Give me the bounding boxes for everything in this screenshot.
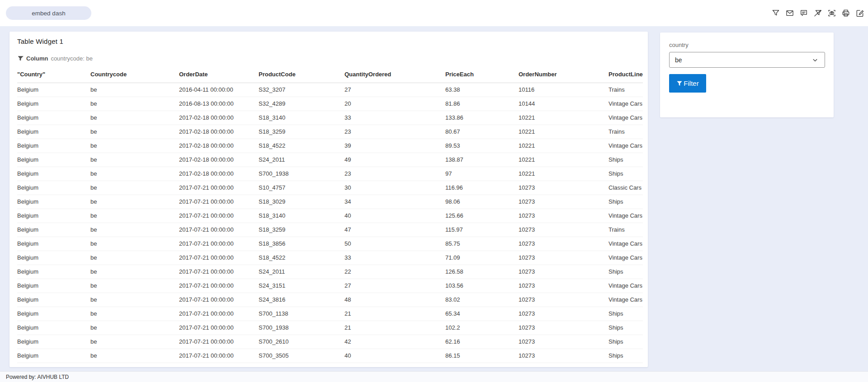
table-cell: Belgium (17, 97, 90, 111)
table-cell: 2017-02-18 00:00:00 (179, 167, 259, 181)
table-cell: 2017-07-21 00:00:00 (179, 209, 259, 223)
filter-button[interactable] (771, 9, 780, 18)
table-cell: be (90, 195, 179, 209)
table-cell: 40 (344, 349, 445, 363)
table-cell: 33 (344, 251, 445, 265)
table-cell: 10221 (519, 167, 609, 181)
table-cell: 10221 (519, 125, 609, 139)
table-cell: 10273 (519, 335, 609, 349)
table-cell: Belgium (17, 293, 90, 307)
column-header[interactable]: QuantityOrdered (344, 66, 445, 83)
filter-off-button[interactable] (813, 9, 822, 18)
table-row: Belgiumbe2017-07-21 00:00:00S700_2610426… (17, 335, 643, 349)
table-cell: 2017-02-18 00:00:00 (179, 139, 259, 153)
table-cell: 22 (344, 265, 445, 279)
filter-funnel-icon (17, 56, 24, 61)
table-cell: Ships (609, 153, 643, 167)
toolbar (771, 9, 864, 18)
table-cell: 2017-07-21 00:00:00 (179, 195, 259, 209)
table-cell: 10221 (519, 153, 609, 167)
table-cell: 48 (344, 293, 445, 307)
table-cell: Belgium (17, 83, 90, 97)
print-icon (841, 9, 850, 18)
table-cell: S18_3140 (259, 111, 344, 125)
table-cell: Belgium (17, 181, 90, 195)
table-cell: Vintage Cars (609, 97, 643, 111)
edit-button[interactable] (855, 9, 864, 18)
print-button[interactable] (841, 9, 850, 18)
column-header[interactable]: ProductLine (609, 66, 643, 83)
table-cell: be (90, 139, 179, 153)
table-cell: Vintage Cars (609, 279, 643, 293)
apply-filter-button[interactable]: Filter (669, 74, 706, 93)
table-cell: 10144 (519, 97, 609, 111)
table-cell: 63.38 (445, 83, 519, 97)
table-cell: 2017-07-21 00:00:00 (179, 321, 259, 335)
table-cell: 2017-07-21 00:00:00 (179, 265, 259, 279)
top-bar: embed dash (0, 0, 868, 26)
table-row: Belgiumbe2017-07-21 00:00:00S18_45223371… (17, 251, 643, 265)
table-cell: 10273 (519, 279, 609, 293)
table-cell: 98.06 (445, 195, 519, 209)
column-header[interactable]: ProductCode (259, 66, 344, 83)
table-cell: be (90, 251, 179, 265)
table-cell: S18_3856 (259, 237, 344, 251)
capture-button[interactable] (827, 9, 836, 18)
table-row: Belgiumbe2017-07-21 00:00:00S24_31512710… (17, 279, 643, 293)
table-cell: 97 (445, 167, 519, 181)
table-cell: 81.86 (445, 97, 519, 111)
table-header-row: "Country"CountrycodeOrderDateProductCode… (17, 66, 643, 83)
table-row: Belgiumbe2017-07-21 00:00:00S24_38164883… (17, 293, 643, 307)
table-cell: Belgium (17, 237, 90, 251)
table-cell: Belgium (17, 139, 90, 153)
column-header[interactable]: PriceEach (445, 66, 519, 83)
filter-button-funnel-icon (676, 80, 683, 87)
table-cell: be (90, 335, 179, 349)
table-cell: Vintage Cars (609, 209, 643, 223)
table-cell: Classic Cars (609, 181, 643, 195)
table-cell: Belgium (17, 307, 90, 321)
table-cell: 115.97 (445, 223, 519, 237)
table-cell: 50 (344, 237, 445, 251)
table-cell: S18_3140 (259, 209, 344, 223)
table-cell: be (90, 279, 179, 293)
column-header[interactable]: OrderDate (179, 66, 259, 83)
comment-icon (799, 9, 808, 18)
table-cell: Trains (609, 83, 643, 97)
table-cell: 2017-07-21 00:00:00 (179, 181, 259, 195)
table-cell: 10221 (519, 111, 609, 125)
column-header[interactable]: "Country" (17, 66, 90, 83)
table-row: Belgiumbe2017-02-18 00:00:00S18_45223989… (17, 139, 643, 153)
table-cell: S24_3151 (259, 279, 344, 293)
table-cell: S24_2011 (259, 153, 344, 167)
table-cell: 10221 (519, 139, 609, 153)
table-row: Belgiumbe2017-07-21 00:00:00S700_1938211… (17, 321, 643, 335)
country-select[interactable]: be (669, 52, 825, 68)
table-cell: Belgium (17, 153, 90, 167)
column-header[interactable]: OrderNumber (519, 66, 609, 83)
table-cell: 2017-07-21 00:00:00 (179, 293, 259, 307)
embed-dash-pill[interactable]: embed dash (6, 6, 91, 20)
table-cell: 2017-07-21 00:00:00 (179, 307, 259, 321)
table-cell: S18_4522 (259, 139, 344, 153)
table-cell: 10273 (519, 251, 609, 265)
table-cell: 21 (344, 321, 445, 335)
table-cell: 83.02 (445, 293, 519, 307)
table-row: Belgiumbe2017-07-21 00:00:00S18_32594711… (17, 223, 643, 237)
table-cell: Belgium (17, 321, 90, 335)
mail-button[interactable] (785, 9, 794, 18)
column-header[interactable]: Countrycode (90, 66, 179, 83)
comment-button[interactable] (799, 9, 808, 18)
table-cell: 2017-02-18 00:00:00 (179, 125, 259, 139)
filter-column-label: Column (26, 55, 48, 62)
chevron-down-icon (811, 56, 819, 64)
filter-button-label: Filter (684, 79, 698, 87)
table-cell: 2017-07-21 00:00:00 (179, 349, 259, 363)
table-cell: 2016-08-13 00:00:00 (179, 97, 259, 111)
table-cell: 133.86 (445, 111, 519, 125)
table-cell: 10273 (519, 181, 609, 195)
table-row: Belgiumbe2017-02-18 00:00:00S700_1938239… (17, 167, 643, 181)
embed-dash-label: embed dash (32, 10, 65, 17)
table-cell: 103.56 (445, 279, 519, 293)
data-table: "Country"CountrycodeOrderDateProductCode… (17, 66, 643, 363)
